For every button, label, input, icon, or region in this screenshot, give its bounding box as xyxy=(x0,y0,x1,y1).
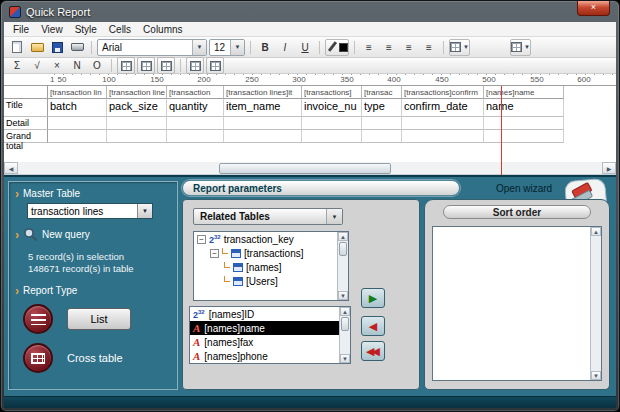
border-style-button-3[interactable] xyxy=(157,57,175,74)
field-row-phone[interactable]: A [names]phone xyxy=(190,349,350,363)
tree-node-names[interactable]: [names] xyxy=(194,260,348,274)
cell[interactable]: name xyxy=(484,99,564,117)
scroll-right-button[interactable]: ▶ xyxy=(602,162,616,174)
cell[interactable]: item_name xyxy=(224,99,302,117)
average-button[interactable]: O xyxy=(88,57,106,74)
list-type-button[interactable]: List xyxy=(67,308,131,330)
scrollbar-thumb[interactable] xyxy=(341,317,349,331)
borders-button[interactable]: ▼ xyxy=(449,39,470,56)
cell[interactable] xyxy=(484,130,564,143)
count-button[interactable]: N xyxy=(68,57,86,74)
print-button[interactable] xyxy=(68,39,86,56)
scrollbar-thumb[interactable] xyxy=(219,163,391,174)
scroll-down-button[interactable]: ▼ xyxy=(340,354,350,363)
font-color-button[interactable] xyxy=(325,39,349,56)
collapse-icon[interactable]: − xyxy=(210,249,219,258)
cell[interactable] xyxy=(302,117,362,130)
cell[interactable] xyxy=(362,130,402,143)
column-header[interactable]: [transaction lines]it xyxy=(224,86,302,99)
cell[interactable] xyxy=(48,130,107,143)
scroll-left-button[interactable]: ◀ xyxy=(4,162,18,174)
tree-scrollbar[interactable]: ▲ ▼ xyxy=(337,232,348,300)
cell[interactable] xyxy=(302,130,362,143)
column-header[interactable]: [transactions] xyxy=(302,86,362,99)
open-report-button[interactable] xyxy=(28,39,46,56)
bold-button[interactable]: B xyxy=(256,39,274,56)
menu-columns[interactable]: Columns xyxy=(137,24,188,35)
cell[interactable] xyxy=(402,117,484,130)
cell[interactable] xyxy=(224,130,302,143)
cell[interactable] xyxy=(167,117,224,130)
cell[interactable] xyxy=(402,130,484,143)
remove-field-button[interactable]: ◀ xyxy=(361,316,385,336)
master-table-select[interactable]: transaction lines ▼ xyxy=(27,203,153,219)
column-header[interactable]: [transaction line xyxy=(107,86,167,99)
cell[interactable]: pack_size xyxy=(107,99,167,117)
align-left-button[interactable]: ≡ xyxy=(360,39,378,56)
field-list-scrollbar[interactable]: ▲ ▼ xyxy=(339,307,350,363)
column-header[interactable]: [transac xyxy=(362,86,402,99)
cell[interactable] xyxy=(167,130,224,143)
remove-all-fields-button[interactable]: ◀◀ xyxy=(361,341,385,361)
cell[interactable]: type xyxy=(362,99,402,117)
column-header[interactable]: [transaction xyxy=(167,86,224,99)
scrollbar-thumb[interactable] xyxy=(339,242,347,256)
field-row-id[interactable]: 232 [names]ID xyxy=(190,307,350,321)
menu-cells[interactable]: Cells xyxy=(103,24,137,35)
cell[interactable] xyxy=(48,117,107,130)
new-report-button[interactable] xyxy=(8,39,26,56)
cell[interactable] xyxy=(107,117,167,130)
cell[interactable] xyxy=(362,117,402,130)
cell[interactable]: invoice_nu xyxy=(302,99,362,117)
column-header[interactable]: [transactions]confirm xyxy=(402,86,484,99)
font-size-select[interactable]: 12 ▼ xyxy=(209,39,245,56)
collapse-icon[interactable]: − xyxy=(197,235,206,244)
menu-view[interactable]: View xyxy=(35,24,69,35)
align-center-button[interactable]: ≡ xyxy=(380,39,398,56)
align-right-button[interactable]: ≡ xyxy=(400,39,418,56)
cell[interactable] xyxy=(484,117,564,130)
cell[interactable]: confirm_date xyxy=(402,99,484,117)
titlebar[interactable]: Quick Report xyxy=(1,1,619,22)
scroll-up-button[interactable]: ▲ xyxy=(340,307,350,316)
field-row-fax[interactable]: A [names]fax xyxy=(190,335,350,349)
list-report-button[interactable] xyxy=(23,304,53,334)
sqrt-button[interactable]: √ xyxy=(28,57,46,74)
row-label-title[interactable]: Title xyxy=(4,99,48,117)
underline-button[interactable]: U xyxy=(296,39,314,56)
save-report-button[interactable] xyxy=(48,39,66,56)
field-row-name-selected[interactable]: A [names]name xyxy=(190,321,350,335)
cell[interactable]: quantity xyxy=(167,99,224,117)
related-tables-select[interactable]: Related Tables ▼ xyxy=(193,208,343,225)
add-field-button[interactable]: ▶ xyxy=(361,288,385,308)
tree-node-users[interactable]: [Users] xyxy=(194,274,348,288)
scroll-down-button[interactable]: ▼ xyxy=(338,291,348,300)
row-label-grand-total[interactable]: Grand total xyxy=(4,130,48,143)
tree-node-transactions[interactable]: − [transactions] xyxy=(194,246,348,260)
multiply-button[interactable]: × xyxy=(48,57,66,74)
sum-button[interactable]: Σ xyxy=(8,57,26,74)
cell-format-button[interactable]: ▼ xyxy=(510,39,531,56)
column-header[interactable]: [names]name xyxy=(484,86,564,99)
font-select[interactable]: Arial ▼ xyxy=(97,39,207,56)
scroll-up-button[interactable]: ▲ xyxy=(338,232,348,241)
menu-style[interactable]: Style xyxy=(69,24,103,35)
scroll-down-button[interactable]: ▼ xyxy=(591,371,601,380)
tree-node-root[interactable]: − 232 transaction_key xyxy=(194,232,348,246)
border-style-button-1[interactable] xyxy=(117,57,135,74)
cell[interactable]: batch xyxy=(48,99,107,117)
row-style-button-2[interactable] xyxy=(206,57,224,74)
align-justify-button[interactable]: ≡ xyxy=(420,39,438,56)
row-style-button-1[interactable] xyxy=(186,57,204,74)
sort-order-list[interactable]: ▲ ▼ xyxy=(432,226,602,381)
border-style-button-2[interactable] xyxy=(137,57,155,74)
cell[interactable] xyxy=(224,117,302,130)
cell[interactable] xyxy=(107,130,167,143)
scroll-up-button[interactable]: ▲ xyxy=(591,227,601,236)
column-header[interactable]: [transaction lin xyxy=(48,86,107,99)
cross-table-button[interactable] xyxy=(23,343,53,373)
italic-button[interactable]: I xyxy=(276,39,294,56)
close-button[interactable]: × xyxy=(577,1,610,16)
sort-list-scrollbar[interactable]: ▲ ▼ xyxy=(590,227,601,380)
new-query-button[interactable]: › New query xyxy=(15,227,171,242)
